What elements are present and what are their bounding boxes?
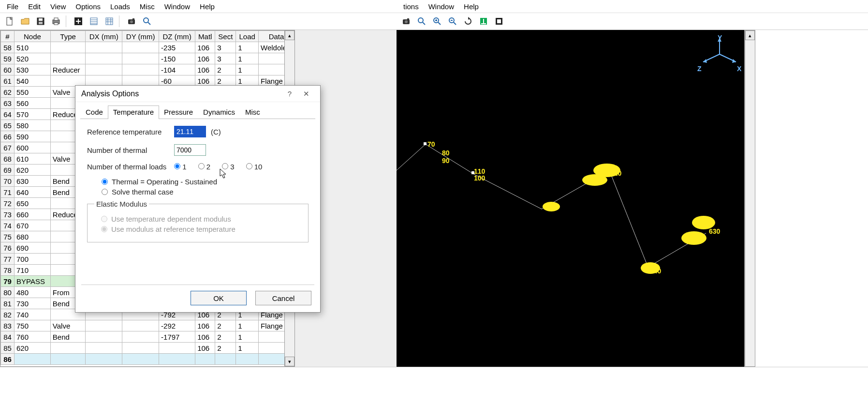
menu-item-window[interactable]: Window xyxy=(424,1,459,12)
camera-icon[interactable] xyxy=(125,15,138,28)
scroll-up-icon[interactable]: ▴ xyxy=(745,30,755,40)
cell[interactable]: 740 xyxy=(15,309,51,320)
menu-item-tions[interactable]: tions xyxy=(398,1,424,12)
cell[interactable]: 550 xyxy=(15,87,51,98)
cell[interactable] xyxy=(122,354,159,365)
zoom-out-icon[interactable] xyxy=(446,15,459,28)
cell[interactable] xyxy=(195,354,215,365)
cell[interactable]: 73 xyxy=(1,209,15,220)
cell[interactable]: Reducer xyxy=(50,64,85,75)
cell[interactable]: 1 xyxy=(236,331,259,343)
zoom-icon[interactable] xyxy=(415,15,428,28)
cell[interactable] xyxy=(50,354,85,365)
cell[interactable] xyxy=(159,354,195,365)
tab-pressure[interactable]: Pressure xyxy=(159,105,198,119)
cell[interactable]: 600 xyxy=(15,142,51,153)
refresh-icon[interactable] xyxy=(461,15,475,28)
cell[interactable]: 620 xyxy=(15,343,51,354)
cell[interactable]: 106 xyxy=(195,320,215,331)
cell[interactable] xyxy=(86,64,122,75)
cell[interactable]: -235 xyxy=(159,42,195,53)
cell[interactable] xyxy=(122,64,159,75)
col-header[interactable]: Node xyxy=(15,31,51,42)
tab-temperature[interactable]: Temperature xyxy=(108,105,159,119)
close-button[interactable]: ✕ xyxy=(298,87,314,101)
tab-code[interactable]: Code xyxy=(80,105,108,119)
num-loads-option[interactable]: 1 xyxy=(174,163,187,171)
print-icon[interactable] xyxy=(49,15,63,28)
new-file-icon[interactable] xyxy=(3,15,16,28)
cell[interactable] xyxy=(122,343,159,354)
col-header[interactable]: Load xyxy=(236,31,259,42)
menu-item-edit[interactable]: Edit xyxy=(23,1,45,12)
tab-dynamics[interactable]: Dynamics xyxy=(198,105,240,119)
cell[interactable] xyxy=(50,42,85,53)
cell[interactable]: 106 xyxy=(195,53,215,64)
cell[interactable]: 580 xyxy=(15,120,51,131)
cell[interactable]: 65 xyxy=(1,120,15,131)
cell[interactable]: 650 xyxy=(15,198,51,209)
cell[interactable]: 730 xyxy=(15,298,51,309)
cell[interactable]: 2 xyxy=(215,343,236,354)
zoom-icon[interactable] xyxy=(140,15,154,28)
cell[interactable]: 59 xyxy=(1,53,15,64)
menu-item-options[interactable]: Options xyxy=(71,1,105,12)
menu-item-loads[interactable]: Loads xyxy=(105,1,135,12)
cell[interactable]: 610 xyxy=(15,153,51,165)
cell[interactable]: 1 xyxy=(236,343,259,354)
cell[interactable] xyxy=(122,320,159,331)
num-loads-option[interactable]: 10 xyxy=(246,163,263,171)
table-row[interactable]: 84760Bend-179710621 xyxy=(1,331,294,343)
save-icon[interactable] xyxy=(34,15,47,28)
col-header[interactable]: Matl xyxy=(195,31,215,42)
cell[interactable]: 3 xyxy=(215,53,236,64)
cell[interactable]: 690 xyxy=(15,242,51,254)
cell[interactable]: 640 xyxy=(15,187,51,198)
cell[interactable]: 1 xyxy=(236,53,259,64)
cell[interactable]: 67 xyxy=(1,142,15,153)
cell[interactable]: 2 xyxy=(215,331,236,343)
3d-viewport[interactable]: Y X Z 708090110100320630140 xyxy=(397,30,745,367)
cell[interactable]: 62 xyxy=(1,87,15,98)
cell[interactable]: 570 xyxy=(15,109,51,120)
cell[interactable]: 68 xyxy=(1,153,15,165)
cell[interactable]: 710 xyxy=(15,265,51,276)
grid-view-icon[interactable] xyxy=(103,15,116,28)
viewport-scrollbar[interactable]: ▴ xyxy=(745,30,755,367)
cell[interactable]: 1 xyxy=(236,64,259,75)
scroll-up-icon[interactable]: ▴ xyxy=(285,30,294,40)
cell[interactable]: 530 xyxy=(15,64,51,75)
cell[interactable] xyxy=(215,354,236,365)
cell[interactable] xyxy=(236,354,259,365)
camera-icon[interactable] xyxy=(399,15,413,28)
num-thermal-input[interactable] xyxy=(174,144,206,156)
cell[interactable]: 510 xyxy=(15,42,51,53)
col-header[interactable]: DX (mm) xyxy=(86,31,122,42)
cell[interactable]: 540 xyxy=(15,75,51,87)
cell[interactable]: -1797 xyxy=(159,331,195,343)
cell[interactable]: 66 xyxy=(1,131,15,142)
cell[interactable]: 750 xyxy=(15,320,51,331)
menu-item-window[interactable]: Window xyxy=(160,1,195,12)
cell[interactable]: 1 xyxy=(236,320,259,331)
cell[interactable]: 58 xyxy=(1,42,15,53)
cell[interactable]: 3 xyxy=(215,42,236,53)
cell[interactable]: -292 xyxy=(159,320,195,331)
col-header[interactable]: # xyxy=(1,31,15,42)
cell[interactable]: 106 xyxy=(195,343,215,354)
cell[interactable]: 700 xyxy=(15,254,51,265)
ref-temp-input[interactable] xyxy=(174,126,206,137)
cell[interactable] xyxy=(122,42,159,53)
ok-button[interactable]: OK xyxy=(191,291,247,305)
cell[interactable] xyxy=(50,343,85,354)
num-loads-option[interactable]: 3 xyxy=(222,163,235,171)
menu-item-misc[interactable]: Misc xyxy=(135,1,160,12)
table-row[interactable]: 60530Reducer-10410621 xyxy=(1,64,294,75)
list-view-icon[interactable] xyxy=(87,15,101,28)
cell[interactable]: 660 xyxy=(15,209,51,220)
cell[interactable]: 63 xyxy=(1,98,15,109)
tab-misc[interactable]: Misc xyxy=(240,105,265,119)
table-row[interactable]: 59520-15010631 xyxy=(1,53,294,64)
cell[interactable]: 520 xyxy=(15,53,51,64)
col-header[interactable]: Sect xyxy=(215,31,236,42)
